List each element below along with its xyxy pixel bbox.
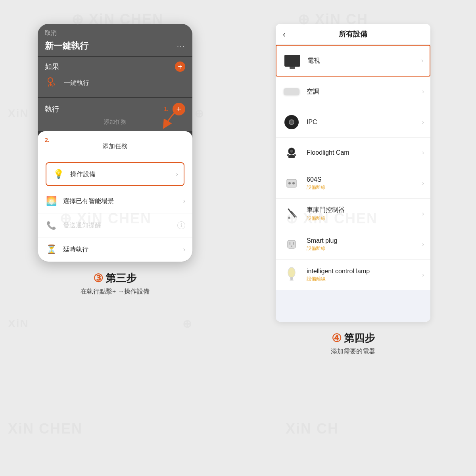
smartplug-icon-wrap <box>282 235 301 254</box>
lamp-icon <box>284 266 299 284</box>
step2-label: 2. <box>45 137 50 143</box>
left-panel: 取消 新一鍵執行 ··· 如果 + <box>0 0 230 476</box>
device-item-smartplug[interactable]: Smart plug 設備離線 › <box>276 229 430 260</box>
ipc-name: IPC <box>307 119 422 126</box>
tv-info: 電視 <box>307 57 421 65</box>
tv-chevron: › <box>421 57 423 64</box>
smartplug-info: Smart plug 設備離線 <box>307 237 422 252</box>
scene-text: 選擇已有智能場景 <box>63 197 183 205</box>
svg-point-8 <box>288 182 291 184</box>
bottom-spacer <box>276 290 430 322</box>
svg-point-16 <box>291 246 292 247</box>
step3-title: 第三步 <box>106 271 136 285</box>
device-item-lamp[interactable]: intelligent control lamp 設備離線 › <box>276 260 430 290</box>
ipc-lens <box>289 119 294 125</box>
cancel-link[interactable]: 取消 <box>45 29 185 37</box>
604s-status: 設備離線 <box>307 184 422 191</box>
if-action-text: 一鍵執行 <box>64 79 89 87</box>
plug604-icon-wrap <box>282 174 301 193</box>
604s-name: 604S <box>307 176 422 183</box>
scene-chevron: › <box>183 198 185 205</box>
device-list-header: ‹ 所有設備 <box>276 24 430 45</box>
touch-icon <box>45 76 59 90</box>
if-label: 如果 <box>45 62 59 71</box>
ac-icon-wrap <box>282 82 301 101</box>
operate-device-chevron: › <box>176 171 178 178</box>
operate-device-text: 操作設備 <box>70 170 176 178</box>
svg-point-9 <box>292 182 295 184</box>
phone-screen: 取消 新一鍵執行 ··· 如果 + <box>38 24 192 262</box>
sheet-item-operate[interactable]: 💡 操作設備 › <box>46 162 184 186</box>
operate-device-icon: 💡 <box>52 168 65 180</box>
sheet-item-delay[interactable]: ⏳ 延時執行 › <box>38 238 192 262</box>
device-item-garage[interactable]: 車庫門控制器 設備離線 › <box>276 199 430 229</box>
ipc-info: IPC <box>307 119 422 126</box>
phone-header: 取消 新一鍵執行 ··· <box>38 24 192 56</box>
phone-title: 新一鍵執行 <box>45 40 88 52</box>
floodcam-icon <box>283 144 300 161</box>
scene-icon: 🌅 <box>45 195 58 207</box>
back-button[interactable]: ‹ <box>283 30 286 39</box>
device-list-card: ‹ 所有設備 電視 › 空調 › <box>276 24 430 322</box>
floodcam-icon-wrap <box>282 143 301 162</box>
garage-icon <box>284 206 299 222</box>
svg-line-10 <box>288 209 295 217</box>
step4-footer: ④ 第四步 添加需要的電器 <box>331 331 375 356</box>
floodcam-info: Floodlight Cam <box>307 149 422 156</box>
delay-chevron: › <box>183 246 185 253</box>
garage-status: 設備離線 <box>307 215 422 222</box>
lamp-info: intelligent control lamp 設備離線 <box>307 268 422 282</box>
step3-desc: 在執行點擊+ →操作設備 <box>81 288 150 296</box>
execute-label: 執行 <box>45 104 59 114</box>
garage-info: 車庫門控制器 設備離線 <box>307 206 422 222</box>
right-panel: ‹ 所有設備 電視 › 空調 › <box>230 0 476 476</box>
floodcam-chevron: › <box>422 149 424 156</box>
step3-number: ③ <box>93 272 103 285</box>
smartplug-status: 設備離線 <box>307 245 422 252</box>
ac-info: 空調 <box>307 88 422 96</box>
lamp-name: intelligent control lamp <box>307 268 422 275</box>
more-dots-button[interactable]: ··· <box>177 42 185 50</box>
main-container: ⊕ XiN CHEN ⊕ XiN CH XiN ⊕ ⊕ XiN CHEN ⊕ X… <box>0 0 476 476</box>
tv-icon-wrap <box>283 51 302 70</box>
svg-rect-7 <box>287 179 296 187</box>
sheet-item-operate-wrap: 💡 操作設備 › <box>38 159 192 189</box>
step4-number: ④ <box>332 332 342 345</box>
garage-chevron: › <box>422 210 424 217</box>
step4-title: 第四步 <box>344 331 375 345</box>
if-action-item: 一鍵執行 <box>45 72 185 94</box>
device-item-ac[interactable]: 空調 › <box>276 77 430 107</box>
ac-icon <box>284 88 299 95</box>
delay-text: 延時執行 <box>63 246 183 254</box>
lamp-status: 設備離線 <box>307 276 422 282</box>
if-section: 如果 + 一鍵執行 <box>38 57 192 97</box>
device-item-tv[interactable]: 電視 › <box>276 45 430 77</box>
svg-point-12 <box>288 217 290 219</box>
if-add-button[interactable]: + <box>175 61 185 72</box>
ac-name: 空調 <box>307 88 422 96</box>
smartplug-name: Smart plug <box>307 237 422 244</box>
device-item-604s[interactable]: 604S 設備離線 › <box>276 168 430 199</box>
device-item-floodcam[interactable]: Floodlight Cam › <box>276 138 430 168</box>
garage-icon-wrap <box>282 204 301 223</box>
svg-rect-18 <box>290 277 293 280</box>
tv-name: 電視 <box>307 57 421 65</box>
604s-chevron: › <box>422 180 424 187</box>
svg-rect-19 <box>290 280 294 280</box>
device-item-ipc[interactable]: IPC › <box>276 107 430 138</box>
bottom-sheet: 2. 添加任務 💡 操作設備 › 🌅 選擇已有智能場景 › <box>38 131 192 262</box>
sheet-item-scene[interactable]: 🌅 選擇已有智能場景 › <box>38 189 192 213</box>
delay-icon: ⏳ <box>45 243 58 256</box>
device-list-title: 所有設備 <box>291 29 415 39</box>
ipc-icon <box>284 115 299 129</box>
step4-desc: 添加需要的電器 <box>331 347 375 356</box>
ipc-chevron: › <box>422 119 424 126</box>
svg-point-0 <box>48 78 53 83</box>
svg-rect-4 <box>288 155 295 158</box>
notify-info-icon: ℹ <box>177 221 185 229</box>
floodcam-name: Floodlight Cam <box>307 149 422 156</box>
sheet-title: 添加任務 <box>38 137 192 155</box>
smartplug-chevron: › <box>422 241 424 248</box>
sheet-item-notify: 📞 發送通知提醒 ℹ <box>38 213 192 238</box>
plug604-icon <box>284 175 299 191</box>
